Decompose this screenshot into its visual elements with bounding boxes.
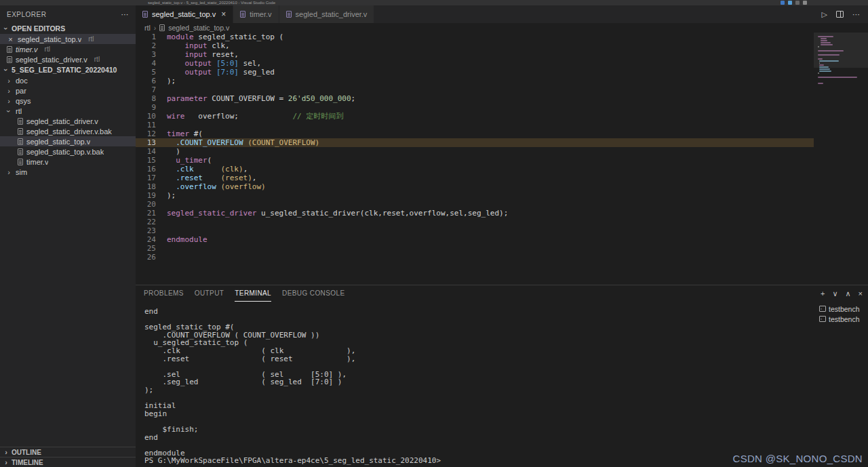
terminal-list-item[interactable]: ›testbench — [819, 304, 868, 314]
code-text: .overflow (overflow) — [167, 182, 266, 191]
code-token: [7:0] — [216, 68, 239, 77]
code-text: timer #( — [167, 129, 203, 138]
panel-tab-terminal[interactable]: TERMINAL — [235, 285, 271, 302]
code-token: seg_led — [239, 68, 275, 77]
file-name: segled_static_driver.v.bak — [26, 127, 112, 136]
titlebar-icon[interactable] — [803, 1, 807, 5]
panel-tab-problems[interactable]: PROBLEMS — [144, 285, 184, 302]
section-label: OUTLINE — [12, 449, 41, 456]
tree-file[interactable]: segled_static_driver.v — [0, 116, 136, 126]
tree-folder[interactable]: ›sim — [0, 167, 136, 177]
close-icon[interactable]: × — [221, 9, 226, 19]
code-line[interactable]: 18 .overflow (overflow) — [136, 182, 868, 191]
code-token: (overflow) — [220, 182, 265, 191]
minimap-line — [819, 62, 820, 64]
code-line[interactable]: 8parameter COUNT_OVERFLOW = 26'd50_000_0… — [136, 94, 868, 103]
code-line[interactable]: 1module segled_static_top ( — [136, 33, 868, 41]
sidebar-section-outline[interactable]: ›OUTLINE — [0, 447, 136, 457]
close-icon[interactable]: × — [7, 35, 14, 43]
tree-folder[interactable]: ›doc — [0, 75, 136, 85]
code-line[interactable]: 6); — [136, 77, 868, 85]
code-token: u_timer — [176, 156, 207, 165]
open-editor-item[interactable]: segled_static_driver.vrtl — [0, 54, 136, 64]
file-icon — [7, 46, 12, 53]
file-name: segled_static_top.v — [26, 138, 90, 146]
tree-folder[interactable]: ›qsys — [0, 96, 136, 106]
code-line[interactable]: 9 — [136, 103, 868, 112]
code-line[interactable]: 25 — [136, 244, 868, 253]
terminal-list-item[interactable]: ›testbench — [819, 314, 868, 324]
terminal-line: begin — [144, 410, 819, 418]
code-token: ); — [167, 77, 176, 85]
open-editor-item[interactable]: ×segled_static_top.vrtl — [0, 34, 136, 44]
new-terminal-icon[interactable]: + — [821, 289, 825, 298]
maximize-panel-icon[interactable]: ∧ — [846, 289, 851, 298]
code-line[interactable]: 5 output [7:0] seg_led — [136, 68, 868, 77]
close-panel-icon[interactable]: × — [859, 289, 863, 298]
code-text: wire overflow; // 定时时间到 — [167, 112, 343, 121]
line-number: 26 — [136, 253, 156, 262]
minimap-line — [821, 38, 827, 39]
breadcrumb-item[interactable]: rtl — [144, 24, 151, 32]
code-line[interactable]: 20 — [136, 200, 868, 209]
code-line[interactable]: 19); — [136, 191, 868, 200]
chevron-down-icon: › — [2, 66, 10, 73]
file-icon — [159, 24, 165, 31]
terminal-line: .seg_led ( seg_led [7:0] ) — [144, 378, 819, 386]
tree-folder[interactable]: ›rtl — [0, 106, 136, 116]
file-name: rtl — [16, 107, 22, 115]
tree-folder[interactable]: ›par — [0, 85, 136, 96]
code-line[interactable]: 12timer #( — [136, 129, 868, 138]
tree-file[interactable]: segled_static_top.v — [0, 136, 136, 146]
tree-file[interactable]: segled_static_driver.v.bak — [0, 126, 136, 136]
code-token — [167, 138, 176, 147]
code-line[interactable]: 7 — [136, 85, 868, 94]
code-token — [167, 182, 176, 191]
breadcrumb-item[interactable]: segled_static_top.v — [168, 24, 229, 32]
panel-tab-debug-console[interactable]: DEBUG CONSOLE — [282, 285, 344, 302]
editor[interactable]: 1module segled_static_top (2 input clk,3… — [136, 33, 868, 285]
run-button[interactable]: ▷ — [822, 10, 827, 19]
code-line[interactable]: 14 ) — [136, 147, 868, 156]
code-text: u_timer( — [167, 156, 212, 165]
code-line[interactable]: 16 .clk (clk), — [136, 165, 868, 174]
terminal-output[interactable]: endsegled_static_top #( .COUNT_OVERFLOW … — [136, 302, 819, 467]
minimap-line — [821, 40, 828, 41]
code-line[interactable]: 15 u_timer( — [136, 156, 868, 165]
code-line[interactable]: 17 .reset (reset), — [136, 174, 868, 182]
code-line[interactable]: 21segled_static_driver u_segled_static_d… — [136, 209, 868, 218]
panel-tab-output[interactable]: OUTPUT — [195, 285, 224, 302]
sidebar-section-timeline[interactable]: ›TIMELINE — [0, 457, 136, 467]
titlebar-icon[interactable] — [781, 1, 785, 5]
code-line[interactable]: 3 input reset, — [136, 50, 868, 59]
titlebar-icon[interactable] — [788, 1, 792, 5]
code-line[interactable]: 26 — [136, 253, 868, 262]
code-line[interactable]: 11 — [136, 121, 868, 129]
open-editors-header[interactable]: › OPEN EDITORS — [0, 23, 136, 34]
more-actions-icon[interactable]: ⋯ — [121, 10, 130, 19]
terminal-line — [144, 363, 819, 371]
editor-tab[interactable]: timer.v — [233, 5, 279, 23]
tree-file[interactable]: segled_static_top.v.bak — [0, 146, 136, 157]
editor-tab[interactable]: segled_static_driver.v — [279, 5, 375, 23]
code-line[interactable]: 22 — [136, 218, 868, 226]
tree-file[interactable]: timer.v — [0, 157, 136, 167]
code-token: [5:0] — [216, 59, 239, 68]
titlebar-icon[interactable] — [795, 1, 800, 5]
code-token: 26'd50_000_000 — [288, 94, 351, 103]
file-icon — [18, 118, 23, 125]
code-line[interactable]: 2 input clk, — [136, 41, 868, 50]
code-line[interactable]: 24endmodule — [136, 235, 868, 244]
split-editor-icon[interactable] — [836, 11, 844, 18]
terminal-dropdown-icon[interactable]: ∨ — [832, 289, 837, 298]
line-number: 17 — [136, 174, 156, 182]
code-line[interactable]: 10wire overflow; // 定时时间到 — [136, 112, 868, 121]
minimap[interactable] — [814, 33, 868, 285]
project-header[interactable]: › 5_SEG_LED_STATIC_20220410 — [0, 64, 136, 75]
code-line[interactable]: 4 output [5:0] sel, — [136, 59, 868, 68]
code-line[interactable]: 23 — [136, 226, 868, 235]
code-line[interactable]: 13 .COUNT_OVERFLOW (COUNT_OVERFLOW) — [136, 138, 868, 147]
editor-tab[interactable]: segled_static_top.v× — [136, 5, 233, 23]
open-editor-item[interactable]: timer.vrtl — [0, 44, 136, 54]
more-actions-icon[interactable]: ⋯ — [852, 10, 860, 19]
